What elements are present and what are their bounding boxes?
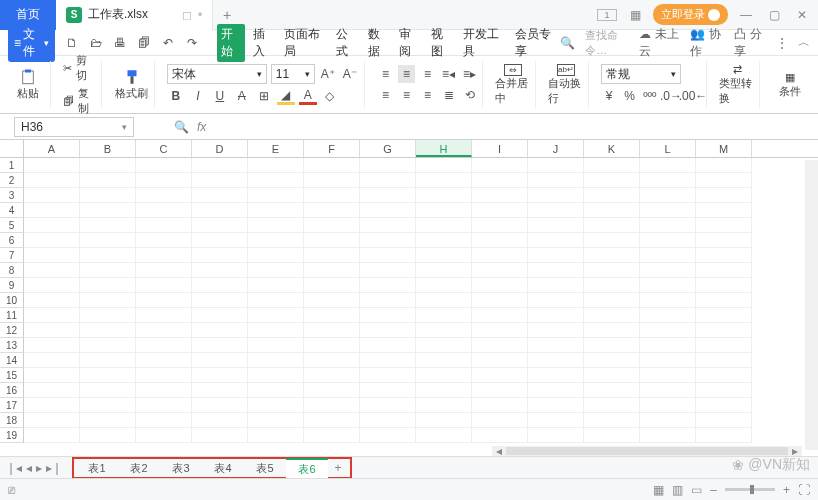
cell[interactable]	[24, 218, 80, 233]
row-header[interactable]: 3	[0, 188, 24, 203]
command-search[interactable]: 查找命令…	[585, 28, 629, 58]
cell[interactable]	[584, 158, 640, 173]
cell[interactable]	[24, 383, 80, 398]
cell[interactable]	[24, 158, 80, 173]
row-header[interactable]: 13	[0, 338, 24, 353]
cell[interactable]	[472, 308, 528, 323]
row-header[interactable]: 12	[0, 323, 24, 338]
login-button[interactable]: 立即登录	[653, 4, 728, 25]
cell[interactable]	[304, 368, 360, 383]
cell[interactable]	[248, 308, 304, 323]
cell[interactable]	[248, 173, 304, 188]
cell[interactable]	[528, 173, 584, 188]
cell[interactable]	[24, 278, 80, 293]
cell[interactable]	[360, 323, 416, 338]
cell[interactable]	[584, 323, 640, 338]
cell[interactable]	[192, 338, 248, 353]
cell[interactable]	[24, 353, 80, 368]
cell[interactable]	[304, 248, 360, 263]
share-button[interactable]: 凸 分享	[734, 26, 766, 60]
row-header[interactable]: 5	[0, 218, 24, 233]
cell[interactable]	[696, 398, 752, 413]
cell[interactable]	[80, 203, 136, 218]
status-record-icon[interactable]: ⎚	[8, 483, 15, 497]
cell[interactable]	[360, 383, 416, 398]
cell[interactable]	[24, 338, 80, 353]
cell[interactable]	[248, 263, 304, 278]
cell[interactable]	[584, 293, 640, 308]
column-header[interactable]: D	[192, 140, 248, 157]
cell[interactable]	[80, 158, 136, 173]
cell[interactable]	[584, 383, 640, 398]
cell[interactable]	[192, 263, 248, 278]
cell[interactable]	[304, 158, 360, 173]
qat-print-icon[interactable]: 🖶	[111, 34, 129, 52]
cell[interactable]	[528, 218, 584, 233]
cell[interactable]	[304, 383, 360, 398]
tab-pin-icon[interactable]: ◻	[182, 8, 192, 22]
cell[interactable]	[304, 278, 360, 293]
cell[interactable]	[360, 308, 416, 323]
qat-undo-icon[interactable]: ↶	[159, 34, 177, 52]
cell[interactable]	[24, 248, 80, 263]
cell[interactable]	[248, 293, 304, 308]
cell[interactable]	[192, 248, 248, 263]
ribbon-tab-1[interactable]: 插入	[249, 24, 277, 62]
cell[interactable]	[248, 383, 304, 398]
column-header[interactable]: H	[416, 140, 472, 157]
view-normal-icon[interactable]: ▦	[653, 483, 664, 497]
cell[interactable]	[640, 248, 696, 263]
sheet-nav-next-icon[interactable]: ▸	[36, 461, 42, 475]
cell[interactable]	[416, 308, 472, 323]
align-bottom-icon[interactable]: ≡	[419, 65, 436, 83]
indent-dec-icon[interactable]: ≡◂	[440, 65, 457, 83]
cell[interactable]	[248, 323, 304, 338]
cell[interactable]	[472, 263, 528, 278]
cell[interactable]	[192, 188, 248, 203]
cell[interactable]	[304, 203, 360, 218]
cell[interactable]	[416, 428, 472, 443]
row-header[interactable]: 9	[0, 278, 24, 293]
cell[interactable]	[192, 218, 248, 233]
cell[interactable]	[416, 263, 472, 278]
cell[interactable]	[304, 338, 360, 353]
cell[interactable]	[304, 428, 360, 443]
column-header[interactable]: A	[24, 140, 80, 157]
zoom-slider[interactable]	[725, 488, 775, 491]
cell[interactable]	[192, 158, 248, 173]
cell[interactable]	[696, 428, 752, 443]
ribbon-tab-3[interactable]: 公式	[332, 24, 360, 62]
sheet-tab[interactable]: 表3	[160, 459, 202, 477]
cell[interactable]	[528, 188, 584, 203]
currency-icon[interactable]: ¥	[601, 87, 617, 105]
cloud-status[interactable]: ☁ 未上云	[639, 26, 680, 60]
cell[interactable]	[640, 323, 696, 338]
fx-icon[interactable]: fx	[197, 120, 206, 134]
cell[interactable]	[416, 188, 472, 203]
cell[interactable]	[640, 413, 696, 428]
cell[interactable]	[248, 218, 304, 233]
cell[interactable]	[416, 203, 472, 218]
more-icon[interactable]: ⋮	[776, 36, 788, 50]
ribbon-tab-0[interactable]: 开始	[217, 24, 245, 62]
cell[interactable]	[528, 323, 584, 338]
cell[interactable]	[472, 428, 528, 443]
cell[interactable]	[136, 173, 192, 188]
cell[interactable]	[136, 263, 192, 278]
sheet-nav-last-icon[interactable]: ▸❘	[46, 461, 62, 475]
close-button[interactable]: ✕	[792, 8, 812, 22]
cell[interactable]	[248, 203, 304, 218]
cell[interactable]	[584, 188, 640, 203]
cell[interactable]	[304, 398, 360, 413]
cell[interactable]	[696, 173, 752, 188]
cell[interactable]	[416, 353, 472, 368]
cell[interactable]	[80, 428, 136, 443]
orientation-icon[interactable]: ⟲	[461, 86, 478, 104]
cell[interactable]	[696, 233, 752, 248]
font-size-select[interactable]: 11▾	[271, 64, 315, 84]
qat-save-icon[interactable]: 🗋	[63, 34, 81, 52]
cell[interactable]	[528, 263, 584, 278]
cell[interactable]	[80, 218, 136, 233]
cell[interactable]	[640, 383, 696, 398]
horizontal-scrollbar[interactable]: ◂▸	[492, 446, 802, 456]
